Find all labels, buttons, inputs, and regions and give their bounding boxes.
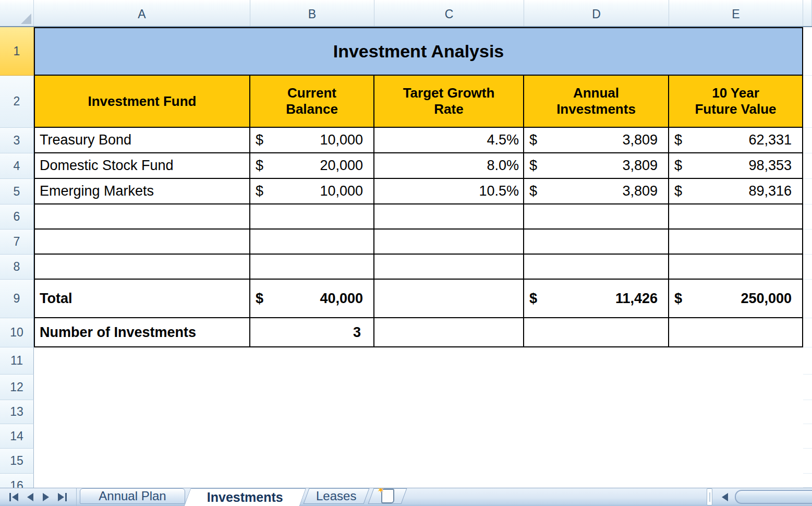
- row-header-2[interactable]: 2: [0, 76, 34, 128]
- cell-f3[interactable]: [803, 128, 812, 153]
- cell-total-balance[interactable]: $ 40,000: [250, 280, 374, 318]
- row-header-12[interactable]: 12: [0, 375, 34, 400]
- column-header-c[interactable]: C: [374, 0, 524, 26]
- cell-empty[interactable]: [669, 318, 803, 347]
- row-header-15[interactable]: 15: [0, 449, 34, 474]
- cell-fund-name[interactable]: Treasury Bond: [34, 128, 250, 153]
- cell-empty[interactable]: [34, 204, 250, 230]
- cell-empty[interactable]: [524, 255, 669, 280]
- cell-empty[interactable]: [374, 280, 524, 318]
- cell-empty[interactable]: [34, 400, 803, 424]
- cell-growth-rate[interactable]: 8.0%: [374, 153, 524, 179]
- cell-balance[interactable]: $ 20,000: [250, 153, 374, 179]
- cell-header-investment-fund[interactable]: Investment Fund: [34, 76, 250, 128]
- cell-empty[interactable]: [250, 230, 374, 255]
- tab-splitter-handle[interactable]: [707, 488, 712, 505]
- row-header-1[interactable]: 1: [0, 27, 34, 76]
- cell-f2[interactable]: [803, 76, 812, 128]
- cell-header-current-balance[interactable]: Current Balance: [250, 76, 374, 128]
- cell-f14[interactable]: [803, 424, 812, 449]
- column-header-f-partial[interactable]: [803, 0, 812, 26]
- cell-empty[interactable]: [374, 255, 524, 280]
- previous-sheet-button[interactable]: [27, 493, 33, 501]
- column-header-b[interactable]: B: [250, 0, 374, 26]
- cell-empty[interactable]: [524, 318, 669, 347]
- cell-annual-investment[interactable]: $ 3,809: [524, 128, 669, 153]
- cell-growth-rate[interactable]: 4.5%: [374, 128, 524, 153]
- row-header-11[interactable]: 11: [0, 347, 34, 375]
- cell-f6[interactable]: [803, 204, 812, 230]
- row-header-16[interactable]: 16: [0, 474, 34, 488]
- cell-count-value[interactable]: 3: [250, 318, 374, 347]
- cell-f11[interactable]: [803, 347, 812, 375]
- first-sheet-button[interactable]: [9, 493, 18, 501]
- cell-annual-investment[interactable]: $ 3,809: [524, 153, 669, 179]
- cell-balance[interactable]: $ 10,000: [250, 179, 374, 204]
- cell-empty[interactable]: [34, 375, 803, 400]
- cell-fund-name[interactable]: Domestic Stock Fund: [34, 153, 250, 179]
- cell-balance[interactable]: $ 10,000: [250, 128, 374, 153]
- cell-empty[interactable]: [250, 255, 374, 280]
- row-header-9[interactable]: 9: [0, 280, 34, 318]
- cell-future-value[interactable]: $ 62,331: [669, 128, 803, 153]
- cell-empty[interactable]: [250, 204, 374, 230]
- cell-empty[interactable]: [669, 204, 803, 230]
- cell-future-value[interactable]: $ 98,353: [669, 153, 803, 179]
- next-sheet-button[interactable]: [43, 493, 49, 501]
- cell-total-future[interactable]: $ 250,000: [669, 280, 803, 318]
- cell-title-investment-analysis[interactable]: Investment Analysis: [34, 27, 803, 76]
- cell-total-annual[interactable]: $ 11,426: [524, 280, 669, 318]
- cell-f9[interactable]: [803, 280, 812, 318]
- cell-empty[interactable]: [524, 204, 669, 230]
- cell-f16[interactable]: [803, 474, 812, 488]
- row-header-5[interactable]: 5: [0, 179, 34, 204]
- row-header-6[interactable]: 6: [0, 204, 34, 230]
- cell-empty[interactable]: [34, 449, 803, 474]
- column-header-e[interactable]: E: [669, 0, 803, 26]
- select-all-button[interactable]: [0, 0, 34, 26]
- cell-header-target-growth-rate[interactable]: Target Growth Rate: [374, 76, 524, 128]
- cell-total-label[interactable]: Total: [34, 280, 250, 318]
- horizontal-scrollbar-thumb[interactable]: [735, 490, 812, 504]
- row-header-3[interactable]: 3: [0, 128, 34, 153]
- cell-f15[interactable]: [803, 449, 812, 474]
- tab-annual-plan[interactable]: Annual Plan: [80, 488, 185, 504]
- cell-f5[interactable]: [803, 179, 812, 204]
- row-header-4[interactable]: 4: [0, 153, 34, 179]
- row-header-8[interactable]: 8: [0, 255, 34, 280]
- cell-header-10-year-future-value[interactable]: 10 Year Future Value: [669, 76, 803, 128]
- cell-fund-name[interactable]: Emerging Markets: [34, 179, 250, 204]
- cell-empty[interactable]: [524, 230, 669, 255]
- cell-empty[interactable]: [34, 474, 803, 488]
- tab-leases[interactable]: Leases: [304, 488, 370, 504]
- cell-f8[interactable]: [803, 255, 812, 280]
- cell-f4[interactable]: [803, 153, 812, 179]
- column-header-a[interactable]: A: [34, 0, 250, 26]
- row-header-10[interactable]: 10: [0, 318, 34, 347]
- cell-f13[interactable]: [803, 400, 812, 424]
- row-header-7[interactable]: 7: [0, 230, 34, 255]
- scroll-left-button[interactable]: [715, 488, 735, 506]
- cell-empty[interactable]: [34, 255, 250, 280]
- row-header-13[interactable]: 13: [0, 400, 34, 424]
- cell-f7[interactable]: [803, 230, 812, 255]
- insert-worksheet-button[interactable]: ✶: [368, 488, 407, 504]
- row-header-14[interactable]: 14: [0, 424, 34, 449]
- cell-growth-rate[interactable]: 10.5%: [374, 179, 524, 204]
- cell-empty[interactable]: [34, 230, 250, 255]
- cell-empty[interactable]: [374, 318, 524, 347]
- column-header-d[interactable]: D: [524, 0, 669, 26]
- cell-f12[interactable]: [803, 375, 812, 400]
- cell-empty[interactable]: [374, 230, 524, 255]
- cell-empty[interactable]: [374, 204, 524, 230]
- cell-annual-investment[interactable]: $ 3,809: [524, 179, 669, 204]
- cell-future-value[interactable]: $ 89,316: [669, 179, 803, 204]
- cell-f1[interactable]: [803, 27, 812, 76]
- tab-investments[interactable]: Investments: [184, 488, 306, 506]
- cell-empty[interactable]: [34, 347, 803, 375]
- cell-empty[interactable]: [34, 424, 803, 449]
- cell-header-annual-investments[interactable]: Annual Investments: [524, 76, 669, 128]
- cell-empty[interactable]: [669, 230, 803, 255]
- last-sheet-button[interactable]: [58, 493, 67, 501]
- cell-count-label[interactable]: Number of Investments: [34, 318, 250, 347]
